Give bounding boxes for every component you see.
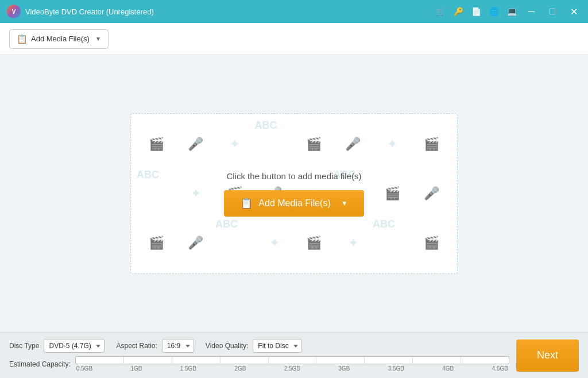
capacity-label-1.5gb: 1.5GB [180, 365, 196, 372]
main-content: 🎬 🎤 ✦ ABC 🎬 🎤 ✦ 🎬 ABC ✦ 🎬 🎤 ✦ ABC 🎬 🎤 🎬 … [0, 55, 588, 332]
add-media-center-label: Add Media File(s) [258, 198, 330, 209]
capacity-label-2gb: 2GB [234, 365, 246, 372]
bottom-bar: Disc Type DVD-5 (4.7G) DVD-9 (8.5G) Blu-… [0, 332, 588, 378]
bg-star-icon-5: ✦ [255, 218, 295, 268]
capacity-labels: 0.5GB 1GB 1.5GB 2GB 2.5GB 3GB 3.5GB 4GB … [75, 365, 509, 372]
file-icon[interactable]: 📄 [471, 7, 481, 16]
capacity-label-0.5gb: 0.5GB [76, 365, 92, 372]
bg-mic-icon-5: 🎤 [176, 218, 216, 268]
aspect-ratio-select[interactable]: 16:9 4:3 [162, 339, 194, 353]
estimated-capacity-label: Estimated Capacity: [9, 360, 71, 368]
video-quality-select[interactable]: Fit to Disc High Medium Low [253, 339, 302, 353]
globe-icon[interactable]: 🌐 [489, 7, 499, 16]
close-button[interactable]: ✕ [567, 5, 581, 18]
bg-text-abc-5: ABC [373, 218, 412, 268]
key-icon[interactable]: 🔑 [454, 7, 463, 16]
bg-mic-icon-2: 🎤 [334, 119, 373, 169]
capacity-label-3.5gb: 3.5GB [388, 365, 404, 372]
maximize-button[interactable]: □ [546, 5, 559, 18]
app-title: VideoByte DVD Creator (Unregistered) [25, 7, 154, 16]
bg-mic-icon-4: 🎤 [412, 169, 452, 218]
add-media-center-button[interactable]: 📋 Add Media File(s) ▼ [224, 190, 363, 217]
aspect-ratio-label: Aspect Ratio: [116, 342, 157, 350]
disc-type-group: Disc Type DVD-5 (4.7G) DVD-9 (8.5G) Blu-… [9, 339, 105, 353]
drop-zone: 🎬 🎤 ✦ ABC 🎬 🎤 ✦ 🎬 ABC ✦ 🎬 🎤 ✦ ABC 🎬 🎤 🎬 … [130, 113, 458, 274]
capacity-tick-2 [172, 357, 172, 364]
disc-type-select[interactable]: DVD-5 (4.7G) DVD-9 (8.5G) Blu-ray 25G Bl… [44, 339, 105, 353]
bg-mic-icon-1: 🎤 [176, 119, 216, 169]
next-button[interactable]: Next [516, 340, 579, 372]
capacity-label-4gb: 4GB [442, 365, 454, 372]
drop-zone-text: Click the button to add media file(s) [226, 171, 361, 181]
minimize-button[interactable]: ─ [525, 5, 538, 18]
add-file-icon: 📋 [17, 34, 28, 44]
bg-text-abc-4: ABC [215, 218, 255, 268]
bottom-bar-row1: Disc Type DVD-5 (4.7G) DVD-9 (8.5G) Blu-… [9, 339, 509, 353]
cart-icon[interactable]: 🛒 [436, 7, 446, 16]
capacity-label-4.5gb: 4.5GB [492, 365, 508, 372]
add-file-center-icon: 📋 [240, 197, 253, 210]
bg-film-icon-7: 🎬 [294, 218, 334, 268]
capacity-tick-3 [220, 357, 220, 364]
capacity-tick-5 [316, 357, 316, 364]
video-quality-label: Video Quality: [206, 342, 249, 350]
bg-film-icon-3: 🎬 [412, 119, 452, 169]
title-bar-left: V VideoByte DVD Creator (Unregistered) [7, 5, 154, 18]
toolbar: 📋 Add Media File(s) ▼ [0, 23, 588, 55]
capacity-tick-1 [123, 357, 124, 364]
capacity-label-2.5gb: 2.5GB [284, 365, 300, 372]
bg-text-abc-2: ABC [137, 169, 176, 218]
bg-star-icon-2: ✦ [373, 119, 412, 169]
bg-star-icon-3: ✦ [176, 169, 216, 218]
add-media-toolbar-label: Add Media File(s) [31, 34, 90, 43]
bg-text-abc-1: ABC [255, 119, 295, 169]
title-bar: V VideoByte DVD Creator (Unregistered) 🛒… [0, 0, 588, 23]
bg-film-icon-5: 🎬 [373, 169, 412, 218]
capacity-label-3gb: 3GB [338, 365, 350, 372]
title-bar-controls: 🛒 🔑 📄 🌐 💻 ─ □ ✕ [436, 5, 581, 18]
drop-zone-content: Click the button to add media file(s) 📋 … [224, 171, 363, 217]
center-dropdown-arrow-icon: ▼ [341, 199, 348, 207]
capacity-tick-7 [412, 357, 413, 364]
capacity-tick-4 [268, 357, 269, 364]
monitor-icon[interactable]: 💻 [507, 7, 517, 16]
disc-type-label: Disc Type [9, 342, 39, 350]
capacity-bar-track [75, 356, 509, 364]
bg-film-icon-2: 🎬 [294, 119, 334, 169]
bg-film-icon-1: 🎬 [137, 119, 176, 169]
add-media-toolbar-button[interactable]: 📋 Add Media File(s) ▼ [9, 29, 109, 49]
app-logo: V [7, 5, 21, 18]
capacity-tick-6 [364, 357, 365, 364]
capacity-tick-8 [461, 357, 461, 364]
capacity-bar-wrapper: 0.5GB 1GB 1.5GB 2GB 2.5GB 3GB 3.5GB 4GB … [75, 356, 509, 372]
bg-star-icon-6: ✦ [334, 218, 373, 268]
bg-film-icon-6: 🎬 [137, 218, 176, 268]
aspect-ratio-group: Aspect Ratio: 16:9 4:3 [116, 339, 194, 353]
bg-film-icon-8: 🎬 [412, 218, 452, 268]
bottom-bar-controls: Disc Type DVD-5 (4.7G) DVD-9 (8.5G) Blu-… [9, 339, 509, 372]
bottom-bar-row2: Estimated Capacity: 0.5GB 1GB 1.5GB [9, 356, 509, 372]
dropdown-arrow-icon: ▼ [95, 36, 101, 42]
capacity-label-1gb: 1GB [130, 365, 142, 372]
bg-star-icon-1: ✦ [215, 119, 255, 169]
video-quality-group: Video Quality: Fit to Disc High Medium L… [206, 339, 303, 353]
